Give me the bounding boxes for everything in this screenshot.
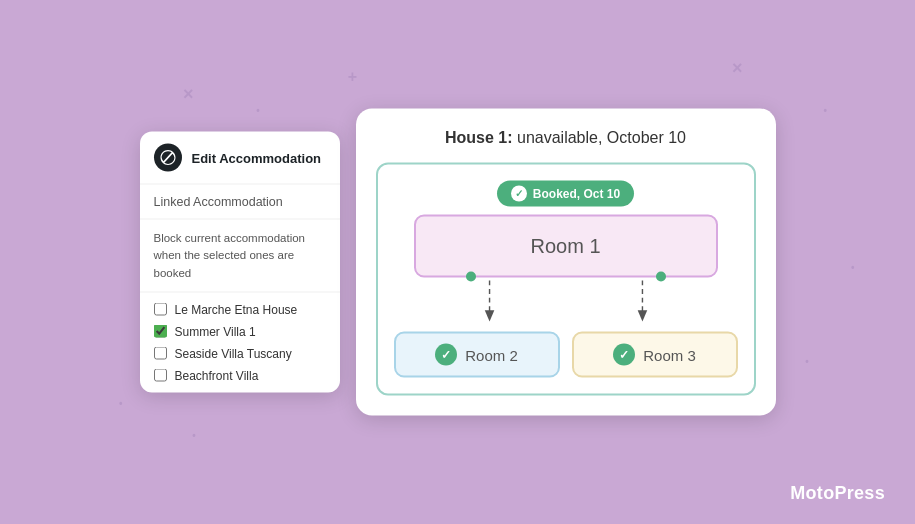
checkbox-item-4[interactable]: Beachfront Villa xyxy=(154,368,326,382)
bg-symbol-3: + xyxy=(348,68,357,86)
bg-symbol-4: × xyxy=(732,58,743,79)
checkbox-item-1[interactable]: Le Marche Etna House xyxy=(154,302,326,316)
checkbox-beachfront[interactable] xyxy=(154,369,167,382)
room2-label: Room 2 xyxy=(465,346,518,363)
checkbox-label-1: Le Marche Etna House xyxy=(175,302,298,316)
block-description: Block current accommodation when the sel… xyxy=(140,220,340,293)
checkbox-label-4: Beachfront Villa xyxy=(175,368,259,382)
wordpress-icon xyxy=(159,149,177,167)
booked-check-icon xyxy=(511,186,527,202)
diagram-area: Booked, Oct 10 Room 1 Room 2 xyxy=(376,163,756,396)
bg-symbol-7: • xyxy=(805,356,809,367)
main-container: Edit Accommodation Linked Accommodation … xyxy=(140,109,776,416)
room3-label: Room 3 xyxy=(643,346,696,363)
right-panel: House 1: unavailable, October 10 Booked,… xyxy=(356,109,776,416)
checkbox-label-3: Seaside Villa Tuscany xyxy=(175,346,292,360)
left-panel: Edit Accommodation Linked Accommodation … xyxy=(140,132,340,393)
room1-box: Room 1 xyxy=(414,215,718,278)
edit-accommodation-title: Edit Accommodation xyxy=(192,150,322,165)
checkbox-label-2: Summer Villa 1 xyxy=(175,324,256,338)
checkbox-le-marche[interactable] xyxy=(154,303,167,316)
room3-box: Room 3 xyxy=(572,332,738,378)
room2-check-icon xyxy=(435,344,457,366)
checkbox-list: Le Marche Etna House Summer Villa 1 Seas… xyxy=(140,292,340,392)
bg-symbol-9: • xyxy=(192,430,196,441)
bg-symbol-1: × xyxy=(183,84,194,105)
arrows-svg xyxy=(394,278,738,328)
wp-logo xyxy=(154,144,182,172)
wp-header: Edit Accommodation xyxy=(140,132,340,185)
motopress-logo: MotoPress xyxy=(790,483,885,504)
room2-box: Room 2 xyxy=(394,332,560,378)
checkbox-item-2[interactable]: Summer Villa 1 xyxy=(154,324,326,338)
checkbox-item-3[interactable]: Seaside Villa Tuscany xyxy=(154,346,326,360)
house-title-prefix: House 1: xyxy=(445,129,513,146)
checkbox-seaside-villa[interactable] xyxy=(154,347,167,360)
bg-symbol-6: • xyxy=(851,262,855,273)
bottom-rooms: Room 2 Room 3 xyxy=(394,332,738,378)
bg-symbol-8: • xyxy=(119,398,123,409)
checkbox-summer-villa[interactable] xyxy=(154,325,167,338)
booked-badge: Booked, Oct 10 xyxy=(497,181,634,207)
motopress-text: MotoPress xyxy=(790,483,885,503)
booked-badge-text: Booked, Oct 10 xyxy=(533,187,620,201)
room3-check-icon xyxy=(613,344,635,366)
svg-marker-1 xyxy=(484,310,494,321)
diagram-title: House 1: unavailable, October 10 xyxy=(376,129,756,147)
house-title-suffix: unavailable, October 10 xyxy=(513,129,686,146)
svg-marker-3 xyxy=(637,310,647,321)
bg-symbol-5: • xyxy=(824,105,828,116)
linked-accommodation-label: Linked Accommodation xyxy=(140,185,340,220)
room1-label: Room 1 xyxy=(530,235,600,257)
